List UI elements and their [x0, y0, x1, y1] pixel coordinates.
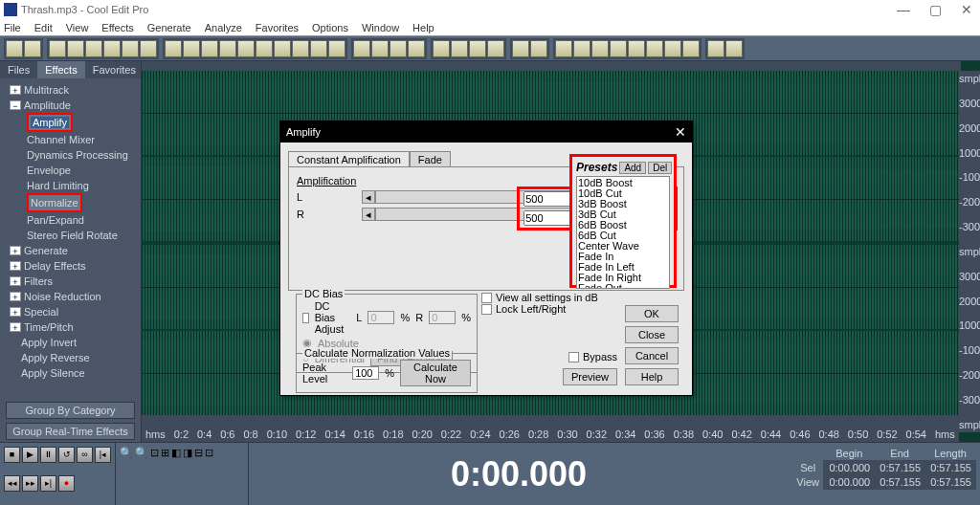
menu-generate[interactable]: Generate [147, 22, 191, 33]
tab-fade[interactable]: Fade [410, 151, 451, 167]
dcbias-checkbox[interactable] [302, 313, 309, 323]
expand-icon[interactable]: + [10, 85, 21, 95]
expand-icon[interactable]: − [10, 100, 21, 110]
tab-constant[interactable]: Constant Amplification [288, 151, 410, 167]
preview-button[interactable]: Preview [563, 368, 617, 385]
toolbar-button[interactable] [256, 40, 273, 57]
menu-file[interactable]: File [4, 22, 21, 33]
zoom-button[interactable]: ⊡ [205, 447, 213, 501]
maximize-button[interactable]: ▢ [925, 2, 946, 17]
dialog-close-icon[interactable]: ✕ [675, 124, 686, 140]
tab-files[interactable]: Files [0, 61, 37, 78]
menu-view[interactable]: View [66, 22, 89, 33]
tab-favorites[interactable]: Favorites [85, 61, 144, 78]
tree-item[interactable]: Channel Mixer [27, 134, 95, 145]
menu-favorites[interactable]: Favorites [256, 22, 299, 33]
tree-item[interactable]: Hard Limiting [27, 180, 89, 191]
close-dialog-button[interactable]: Close [625, 326, 679, 343]
lock-lr-checkbox[interactable] [481, 304, 492, 315]
zoom-in-right-button[interactable]: ◨ [183, 447, 192, 501]
tree-item[interactable]: Time/Pitch [24, 321, 74, 333]
toolbar-button[interactable] [219, 40, 236, 57]
tree-item[interactable]: Apply Reverse [21, 352, 90, 363]
expand-icon[interactable]: + [10, 261, 21, 271]
peak-level-input[interactable] [352, 366, 379, 380]
slider-left-dec[interactable]: ◂ [362, 190, 375, 204]
toolbar-button[interactable] [555, 40, 572, 57]
stop-button[interactable]: ■ [4, 447, 20, 463]
toolbar-button[interactable] [707, 40, 724, 57]
tree-item[interactable]: Delay Effects [24, 260, 86, 272]
toolbar-button[interactable] [433, 40, 450, 57]
toolbar-button[interactable] [390, 40, 407, 57]
play-loop-button[interactable]: ↺ [58, 447, 75, 463]
play-button[interactable]: ▶ [22, 447, 38, 463]
toolbar-button[interactable] [591, 40, 609, 57]
forward-button[interactable]: ▸▸ [22, 475, 38, 492]
timeline-ruler-bottom[interactable]: hms0:20:40:60:80:100:120:140:160:180:200… [142, 415, 959, 442]
toolbar-button[interactable] [573, 40, 590, 57]
toolbar-button[interactable] [183, 40, 200, 57]
menu-effects[interactable]: Effects [101, 22, 133, 33]
zoom-button[interactable]: ⊟ [194, 447, 203, 501]
expand-icon[interactable]: + [10, 276, 21, 286]
view-db-checkbox[interactable] [481, 293, 492, 303]
preset-add-button[interactable]: Add [619, 162, 646, 174]
tree-item[interactable]: Multitrack [24, 84, 69, 96]
preset-item[interactable]: Fade Out [578, 283, 668, 289]
toolbar-button[interactable] [6, 40, 23, 57]
toolbar-button[interactable] [487, 40, 504, 57]
toolbar-button[interactable] [67, 40, 84, 57]
tree-item[interactable]: Pan/Expand [27, 214, 84, 226]
toolbar-button[interactable] [451, 40, 468, 57]
menu-options[interactable]: Options [312, 22, 348, 33]
record-button[interactable]: ● [58, 475, 75, 492]
go-start-button[interactable]: |◂ [95, 447, 111, 463]
calculate-now-button[interactable]: Calculate Now [400, 360, 471, 386]
group-by-category-button[interactable]: Group By Category [6, 402, 135, 419]
toolbar-button[interactable] [122, 40, 139, 57]
rewind-button[interactable]: ◂◂ [4, 475, 20, 492]
toolbar-button[interactable] [725, 40, 743, 57]
expand-icon[interactable]: + [10, 307, 21, 317]
toolbar-button[interactable] [512, 40, 529, 57]
toolbar-button[interactable] [292, 40, 309, 57]
toolbar-button[interactable] [682, 40, 700, 57]
tree-item-amplify[interactable]: Amplify [27, 113, 73, 132]
tree-item[interactable]: Stereo Field Rotate [27, 230, 118, 241]
tab-effects[interactable]: Effects [37, 61, 84, 78]
tree-item-normalize[interactable]: Normalize [27, 193, 82, 212]
toolbar-button[interactable] [371, 40, 389, 57]
tree-item[interactable]: Dynamics Processing [27, 149, 128, 161]
toolbar-button[interactable] [664, 40, 681, 57]
tree-item[interactable]: Filters [24, 275, 53, 287]
toolbar-button[interactable] [469, 40, 486, 57]
toolbar-button[interactable] [353, 40, 370, 57]
toolbar-button[interactable] [646, 40, 663, 57]
group-realtime-button[interactable]: Group Real-Time Effects [6, 423, 135, 440]
tree-item[interactable]: Apply Invert [21, 337, 77, 348]
tree-item[interactable]: Noise Reduction [24, 291, 101, 302]
play-end-button[interactable]: ∞ [77, 447, 93, 463]
toolbar-button[interactable] [165, 40, 182, 57]
toolbar-button[interactable] [201, 40, 218, 57]
close-button[interactable]: ✕ [957, 2, 976, 17]
ok-button[interactable]: OK [625, 305, 679, 322]
toolbar-button[interactable] [85, 40, 102, 57]
zoom-sel-button[interactable]: ⊞ [161, 447, 169, 501]
toolbar-button[interactable] [610, 40, 627, 57]
tree-item[interactable]: Envelope [27, 165, 71, 176]
pause-button[interactable]: ⏸ [40, 447, 56, 463]
slider-right-dec[interactable]: ◂ [362, 208, 375, 221]
tree-item[interactable]: Special [24, 306, 58, 318]
tree-item[interactable]: Generate [24, 245, 68, 256]
tree-item[interactable]: Amplitude [24, 99, 71, 111]
toolbar-button[interactable] [628, 40, 645, 57]
minimize-button[interactable]: — [893, 2, 914, 17]
menu-edit[interactable]: Edit [34, 22, 53, 33]
toolbar-button[interactable] [140, 40, 157, 57]
tree-item[interactable]: Apply Silence [21, 367, 85, 379]
menu-window[interactable]: Window [362, 22, 399, 33]
dialog-titlebar[interactable]: Amplify ✕ [280, 121, 692, 143]
bypass-checkbox[interactable] [568, 352, 579, 362]
